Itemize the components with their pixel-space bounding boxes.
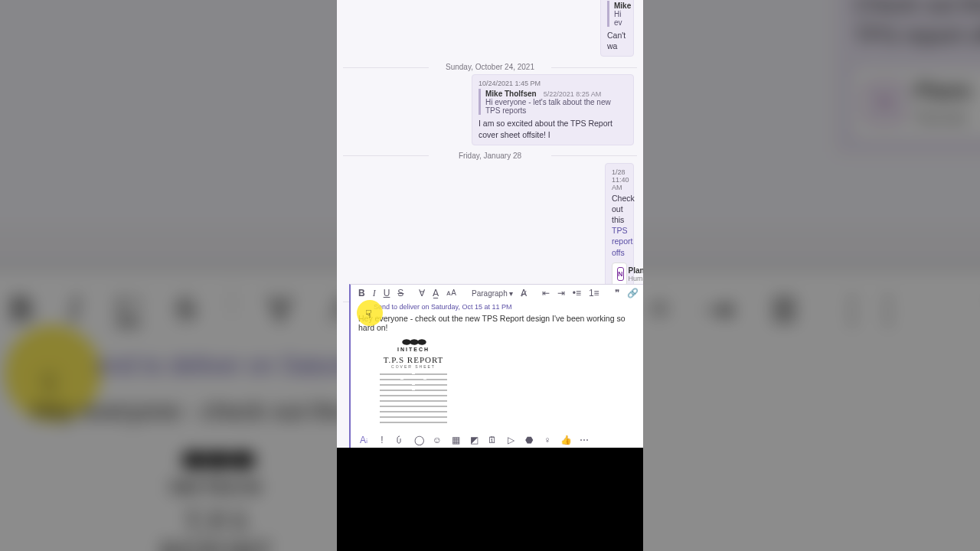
doc-brand: INITECH [375, 347, 452, 352]
compose-box[interactable]: B I U S ∀ A̲ ᴀA Paragraph ▾ A̷ ⇤ ⇥ •≡ 1≡… [349, 284, 643, 448]
doc-form-lines [380, 372, 447, 423]
bulleted-list-button[interactable]: •≡ [573, 289, 581, 298]
loop-button[interactable]: ◯ [413, 435, 424, 445]
delivery-options-button[interactable]: ! [377, 435, 387, 445]
font-size-button[interactable]: ᴀA [446, 289, 456, 297]
quote-text: Hi ev [614, 10, 627, 27]
teams-chat-window: Mike Hi ev Can't wa Sunday, October 24, … [337, 0, 643, 448]
bg-doc-preview: ⬬⬬⬬ INITECH T.P.S REPORT COVER SHEET [128, 440, 305, 551]
sticker-button[interactable]: ◩ [469, 435, 479, 445]
decrease-indent-button[interactable]: ⇤ [542, 289, 550, 298]
link-button[interactable]: 🔗 [627, 289, 638, 298]
doc-subtitle: COVER SHEET [375, 364, 452, 369]
paperclip-icon [395, 435, 404, 445]
compose-action-toolbar: Aᵢ ! ◯ ☺ ▦ ◩ 🗓 ▷ ⬣ ♀ 👍 ⋯ [351, 432, 643, 448]
quote-author: Mike Tholfsen [485, 90, 537, 98]
bg-attachment: N Plann Humar [854, 68, 980, 138]
numbered-list-button[interactable]: 1≡ [589, 289, 599, 298]
message-card[interactable]: 1/28 11:40 AM Check out this TPS report … [605, 163, 634, 292]
italic-button[interactable]: I [373, 289, 376, 298]
praise-button[interactable]: 👍 [560, 435, 571, 445]
message-body: Can't wa [607, 30, 627, 51]
message-card[interactable]: Mike Hi ev Can't wa [600, 0, 634, 57]
increase-indent-button[interactable]: ⇥ [557, 289, 565, 298]
date-separator: Sunday, October 24, 2021 [337, 63, 643, 71]
paragraph-style-dropdown[interactable]: Paragraph ▾ [472, 289, 513, 298]
strike-button[interactable]: S [397, 289, 403, 298]
bg-attach-title: Plann [914, 77, 971, 105]
schedule-send-banner[interactable]: Send to deliver on Saturday, Oct 15 at 1… [351, 302, 643, 311]
attachment-subtitle: Humar [629, 275, 644, 282]
font-color-button[interactable]: A̲ [433, 289, 439, 298]
message-line: TPS report offs [612, 225, 627, 258]
format-toolbar: B I U S ∀ A̲ ᴀA Paragraph ▾ A̷ ⇤ ⇥ •≡ 1≡… [351, 285, 643, 302]
message-body: I am so excited about the TPS Report cov… [479, 118, 627, 139]
doc-title: T.P.S REPORT [375, 355, 452, 364]
bg-attach-sub: Humar [914, 105, 971, 129]
quote-button[interactable]: ❞ [615, 289, 619, 298]
quote-text: Hi everyone - let's talk about the new T… [485, 98, 627, 115]
schedule-meeting-button[interactable]: 🗓 [487, 435, 498, 445]
bold-button[interactable]: B [358, 289, 365, 298]
compose-message-body[interactable]: Hey everyone - check out the new TPS Rep… [351, 311, 643, 432]
emoji-button[interactable]: ☺ [432, 435, 443, 445]
stream-button[interactable]: ▷ [505, 435, 516, 445]
quote-timestamp: 5/22/2021 8:25 AM [544, 90, 602, 98]
bg-msg-line1: Check out this [854, 0, 980, 20]
approvals-button[interactable]: ⬣ [524, 435, 534, 445]
bg-msg-line2: TPS report offs [854, 20, 980, 51]
quote-author: Mike [614, 2, 631, 10]
text-highlight-button[interactable]: ∀ [419, 289, 425, 298]
date-separator: Friday, January 28 [337, 152, 643, 160]
bg-schedule-text: end to deliver on Saturday [96, 352, 378, 380]
viva-button[interactable]: ♀ [542, 435, 553, 445]
more-actions-button[interactable]: ⋯ [579, 435, 590, 445]
chevron-down-icon: ▾ [509, 289, 513, 298]
attachment-card[interactable]: N Plann Humar [612, 262, 627, 286]
underline-button[interactable]: U [384, 289, 390, 298]
attachment-title: Plann [629, 266, 644, 275]
message-line: Check out this [612, 193, 627, 226]
message-timestamp: 10/24/2021 1:45 PM [479, 80, 627, 87]
format-toggle-button[interactable]: Aᵢ [358, 435, 369, 445]
onenote-icon: N [617, 267, 624, 281]
gif-button[interactable]: ▦ [450, 435, 461, 445]
onenote-icon: N [866, 84, 903, 121]
clear-formatting-button[interactable]: A̷ [521, 289, 527, 298]
message-timestamp: 1/28 11:40 AM [612, 168, 627, 191]
company-logo-icon: ⬬⬬⬬ [375, 337, 452, 347]
embedded-image[interactable]: ⬬⬬⬬ INITECH T.P.S REPORT COVER SHEET [375, 337, 452, 423]
video-letterbox [337, 448, 643, 551]
attach-button[interactable] [395, 435, 406, 445]
message-card[interactable]: 10/24/2021 1:45 PM Mike Tholfsen 5/22/20… [472, 74, 634, 145]
bg-message-card: Check out this TPS report offs N Plann H… [836, 0, 981, 153]
